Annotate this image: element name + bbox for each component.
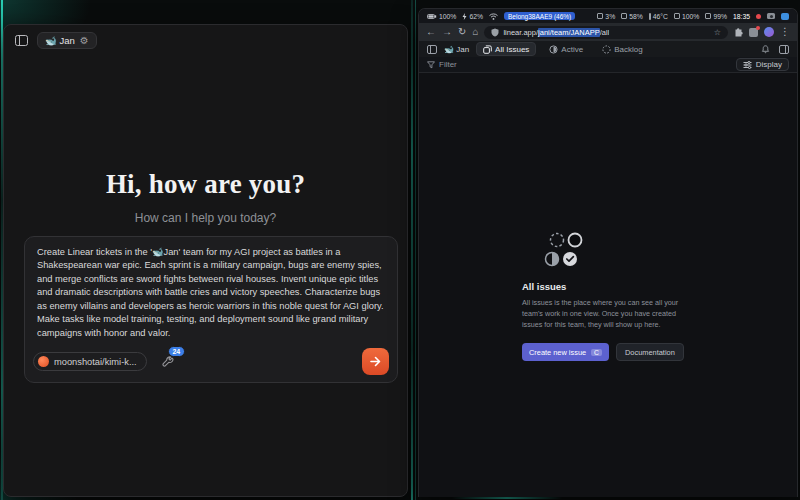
tools-button[interactable]: 24 [160, 354, 176, 370]
tab-all-issues[interactable]: All Issues [476, 42, 536, 56]
profile-avatar[interactable] [764, 27, 774, 37]
clock: 18:35 [733, 13, 750, 20]
linear-header: 🐋 Jan All Issues Active Backlog [419, 41, 797, 57]
send-arrow-icon [369, 355, 382, 368]
linear-header-actions [761, 45, 789, 54]
gear-icon[interactable]: ⚙ [80, 36, 89, 46]
greeting-subtitle: How can I help you today? [4, 211, 407, 225]
model-selector[interactable]: moonshotai/kimi-k... [33, 352, 147, 371]
wallpaper-streak [452, 497, 562, 499]
wrench-icon [162, 356, 174, 368]
greeting-block: Hi, how are you? How can I help you toda… [4, 169, 407, 225]
backlog-icon [602, 45, 611, 54]
model-selector-label: moonshotai/kimi-k... [54, 357, 137, 367]
disk-status: 100% [674, 13, 699, 20]
create-new-issue-button[interactable]: Create new issue C [522, 343, 609, 361]
url-selected-text: jani/team/JANAPP [538, 28, 600, 37]
chat-icon[interactable] [781, 13, 789, 20]
empty-state-actions: Create new issue C Documentation [522, 343, 694, 361]
linear-team-label[interactable]: 🐋 Jan [444, 45, 469, 54]
empty-state-description: All issues is the place where you can se… [522, 298, 694, 330]
right-panel-icon[interactable] [779, 45, 789, 54]
camera-icon[interactable] [767, 13, 775, 19]
documentation-button[interactable]: Documentation [616, 343, 684, 361]
browser-toolbar: ← → ↻ ⌂ linear.app/jani/team/JANAPP/all … [419, 23, 797, 41]
memory-icon [621, 13, 627, 19]
display-sliders-icon [743, 61, 752, 69]
empty-state: All issues All issues is the place where… [522, 231, 694, 361]
all-issues-icon [483, 45, 492, 54]
forward-icon[interactable]: → [442, 27, 452, 37]
battery-status: 100% [427, 13, 456, 20]
wallpaper-streak [415, 0, 416, 500]
cpu-icon [597, 13, 603, 19]
greeting-title: Hi, how are you? [4, 169, 407, 200]
bolt-icon [462, 13, 467, 20]
issue-states-graphic [542, 231, 588, 269]
active-issues-icon [549, 45, 558, 54]
desktop: 🐋 Jan ⚙ Hi, how are you? How can I help … [0, 0, 800, 500]
send-button[interactable] [362, 348, 389, 375]
sidebar-toggle-icon[interactable] [15, 35, 28, 46]
power-status: 99% [705, 13, 727, 20]
browser-menu-icon[interactable]: ⋮ [780, 27, 790, 37]
prompt-input[interactable]: Create Linear tickets in the '🐋Jan' team… [25, 246, 397, 348]
team-selector[interactable]: 🐋 Jan ⚙ [37, 32, 97, 49]
bookmark-star-icon[interactable]: ☆ [714, 28, 721, 37]
site-security-shield-icon [491, 28, 499, 37]
url-text: linear.app/jani/team/JANAPP/all [503, 28, 609, 37]
extensions-puzzle-icon[interactable] [734, 28, 743, 37]
tools-count-badge: 24 [168, 346, 185, 357]
wifi-indicator [489, 13, 498, 20]
jan-topbar: 🐋 Jan ⚙ [4, 25, 407, 53]
disk-icon [674, 13, 680, 19]
filter-funnel-icon [427, 61, 435, 69]
filter-button[interactable]: Filter [427, 60, 457, 69]
adblock-extension-icon[interactable] [749, 28, 758, 37]
prompt-card: Create Linear tickets in the '🐋Jan' team… [24, 236, 398, 383]
back-icon[interactable]: ← [426, 27, 436, 37]
team-selector-label: 🐋 Jan [45, 35, 75, 46]
wallpaper-streak [411, 0, 413, 500]
bell-icon[interactable] [761, 45, 770, 54]
reload-icon[interactable]: ↻ [458, 27, 466, 37]
notification-dot-icon [756, 14, 761, 19]
thermometer-icon [649, 13, 651, 20]
linear-main-area: All issues All issues is the place where… [419, 73, 797, 497]
linear-filterbar: Filter Display [419, 57, 797, 73]
linear-sidebar-toggle-icon[interactable] [427, 45, 437, 54]
ram-status: 58% [621, 13, 643, 20]
create-shortcut-hint: C [591, 349, 602, 356]
temperature-status: 46°C [649, 13, 668, 20]
system-status-bar: 100% 62% Belong38AAE9 (46%) 3% 58% 46°C [419, 9, 797, 23]
tab-backlog[interactable]: Backlog [596, 43, 648, 55]
model-provider-icon [38, 356, 49, 367]
charge-status: 62% [462, 13, 483, 20]
cpu-status: 3% [597, 13, 615, 20]
battery-icon [427, 14, 437, 19]
tab-active[interactable]: Active [543, 43, 589, 55]
empty-state-title: All issues [522, 281, 694, 292]
wifi-icon [489, 13, 498, 20]
jan-app-window: 🐋 Jan ⚙ Hi, how are you? How can I help … [3, 24, 408, 497]
browser-window: 100% 62% Belong38AAE9 (46%) 3% 58% 46°C [418, 8, 798, 497]
network-name-badge: Belong38AAE9 (46%) [504, 12, 575, 20]
address-bar[interactable]: linear.app/jani/team/JANAPP/all ☆ [484, 26, 728, 39]
composer-toolbar: moonshotai/kimi-k... 24 [25, 348, 397, 375]
home-icon[interactable]: ⌂ [472, 27, 478, 37]
display-button[interactable]: Display [736, 58, 789, 71]
battery2-icon [705, 13, 711, 19]
